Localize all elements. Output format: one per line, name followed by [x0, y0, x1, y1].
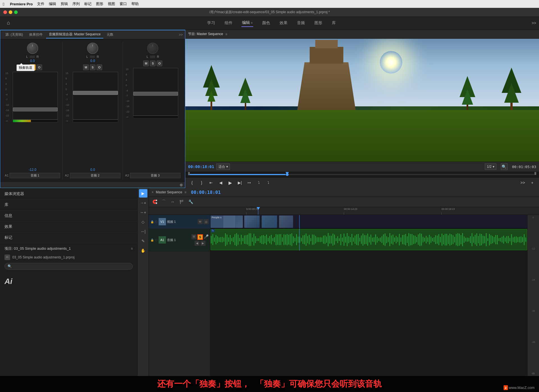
audio-track-nav-right[interactable]: ▶ [200, 241, 205, 246]
channel-2-fader-track[interactable] [73, 72, 118, 120]
step-forward-button[interactable]: ▶| [236, 179, 244, 187]
menu-file[interactable]: 文件 [37, 1, 44, 6]
preview-menu-icon[interactable]: ≡ [225, 32, 227, 36]
tab-edit[interactable]: 编辑 ≡ [241, 19, 253, 27]
video-clip-1[interactable]: People s [211, 216, 243, 228]
channel-2-fader-thumb[interactable] [73, 91, 118, 95]
link-button[interactable]: ⌒ [160, 198, 167, 205]
overwrite-button[interactable]: ⤵ [264, 179, 272, 187]
nav-more-button[interactable]: >> [532, 21, 536, 25]
menu-view[interactable]: 视图 [108, 1, 115, 6]
audio-track-mic-btn[interactable]: 🎤 [204, 234, 209, 240]
close-button[interactable] [3, 10, 7, 14]
sidebar-item-effects[interactable]: 效果 [0, 222, 137, 231]
channel-3-solo[interactable]: S [150, 61, 156, 66]
video-track-target[interactable]: ◎ [204, 219, 209, 224]
insert-button[interactable]: ⤵ [255, 179, 263, 187]
channel-1-solo[interactable]: S [30, 65, 35, 70]
channel-1-fader-thumb[interactable] [13, 107, 58, 111]
video-track-sync[interactable]: ⬡ [155, 220, 157, 223]
mark-in-button[interactable]: { [188, 179, 196, 187]
tab-color[interactable]: 颜色 [262, 19, 271, 27]
snap-button[interactable]: 🧲 [151, 198, 158, 205]
more-controls-button[interactable]: >> [519, 179, 527, 187]
quality-dropdown[interactable]: 1/2 ▾ [485, 164, 496, 170]
audio-clip-1[interactable] [211, 229, 527, 250]
menu-window[interactable]: 窗口 [120, 1, 127, 6]
play-button[interactable]: ▶ [226, 179, 234, 187]
tab-audio-clip-mixer[interactable]: 音频剪辑混合器: Master Sequence [46, 31, 104, 38]
audio-track-s-btn[interactable]: S [197, 234, 203, 240]
menu-help[interactable]: 帮助 [131, 1, 139, 6]
apple-icon[interactable]:  [3, 2, 4, 6]
menu-edit[interactable]: 编辑 [49, 1, 56, 6]
tab-learn[interactable]: 学习 [207, 19, 216, 27]
channel-2-mute[interactable]: M [83, 65, 89, 70]
search-input[interactable] [13, 264, 130, 268]
video-clip-3[interactable] [262, 216, 277, 228]
wrench-button[interactable]: 🔧 [187, 198, 194, 205]
minimize-button[interactable] [9, 10, 12, 14]
sidebar-item-library[interactable]: 库 [0, 200, 137, 210]
channel-3-fader-thumb[interactable] [133, 92, 178, 96]
video-clip-2[interactable] [244, 216, 260, 228]
video-track-eye[interactable]: 👁 [198, 219, 203, 224]
tab-effects-controls[interactable]: 效果控件 [26, 31, 45, 38]
menu-graphics[interactable]: 图形 [96, 1, 103, 6]
tool-ripple-edit[interactable]: ↔+ [139, 208, 147, 217]
channel-2-output[interactable]: O [97, 65, 102, 70]
channel-3-knob[interactable] [147, 43, 158, 54]
tool-hand[interactable]: ✋ [139, 246, 147, 255]
audio-track-m-btn[interactable]: M [191, 234, 197, 239]
tool-slip[interactable]: ↔| [139, 227, 147, 236]
tool-selection[interactable]: ▶ [139, 189, 147, 198]
tab-component[interactable]: 组件 [224, 19, 233, 27]
fullscreen-button[interactable] [14, 10, 18, 14]
timeline-ruler[interactable]: b:00:09:23 00:00:14:23 00:00:19:23 [149, 207, 539, 215]
menu-clip[interactable]: 剪辑 [61, 1, 68, 6]
tool-track-select[interactable]: →+ [139, 199, 147, 207]
channel-3-mute[interactable]: M [143, 61, 149, 66]
tool-razor[interactable]: ◇ [139, 218, 147, 226]
fit-dropdown[interactable]: 适合 ▾ [216, 164, 230, 170]
go-to-in-button[interactable]: ⇤ [207, 179, 215, 187]
preview-scrubber[interactable] [185, 172, 539, 177]
timeline-menu-icon[interactable]: ≡ [184, 190, 186, 194]
sidebar-item-media-browser[interactable]: 媒体浏览器 [0, 189, 137, 199]
audio-track-lock[interactable]: 🔒 [150, 239, 154, 242]
channel-3-fader-track[interactable] [133, 68, 178, 116]
tab-effects[interactable]: 效果 [279, 19, 288, 27]
channel-1-output[interactable]: O [36, 65, 42, 70]
timeline-close-button[interactable]: × [152, 190, 154, 194]
step-back-button[interactable]: ◀ [217, 179, 225, 187]
tool-pen[interactable]: ✎ [139, 237, 147, 245]
audio-track-id-button[interactable]: A1 [159, 236, 166, 244]
sidebar-item-info[interactable]: 信息 [0, 211, 137, 221]
audio-track-sync[interactable]: ⬡ [155, 239, 157, 242]
ripple-button[interactable]: ↔ [169, 198, 176, 205]
marker-button[interactable]: 🏴 [178, 198, 185, 205]
scrubber-out-point[interactable] [535, 172, 536, 175]
channel-1-mute[interactable]: M [23, 65, 29, 70]
sidebar-item-markers[interactable]: 标记 [0, 233, 137, 242]
tab-metadata[interactable]: 元数 [104, 31, 116, 38]
menu-marker[interactable]: 标记 [84, 1, 92, 6]
tab-library[interactable]: 库 [331, 19, 336, 27]
menu-sequence[interactable]: 序列 [72, 1, 80, 6]
tab-audio[interactable]: 音频 [296, 19, 305, 27]
add-marker-button[interactable]: + [528, 179, 536, 187]
video-clip-4[interactable] [279, 216, 293, 228]
home-button[interactable]: ⌂ [3, 17, 14, 29]
channel-2-solo[interactable]: S [90, 65, 95, 70]
panel-more-icon[interactable]: >> [179, 33, 183, 37]
menu-premiere-pro[interactable]: Premiere Pro [10, 2, 33, 6]
audio-track-nav-left[interactable]: ◀ [195, 241, 200, 246]
tab-graphics[interactable]: 图形 [314, 19, 323, 27]
go-to-out-button[interactable]: ↦ [245, 179, 253, 187]
zoom-button[interactable]: 🔍 [501, 163, 508, 170]
channel-3-output[interactable]: O [157, 61, 162, 66]
mark-out-button[interactable]: } [198, 179, 205, 187]
scrubber-in-point[interactable] [188, 172, 190, 175]
project-menu-icon[interactable]: ≡ [131, 247, 133, 251]
video-track-id-button[interactable]: V1 [159, 218, 166, 225]
